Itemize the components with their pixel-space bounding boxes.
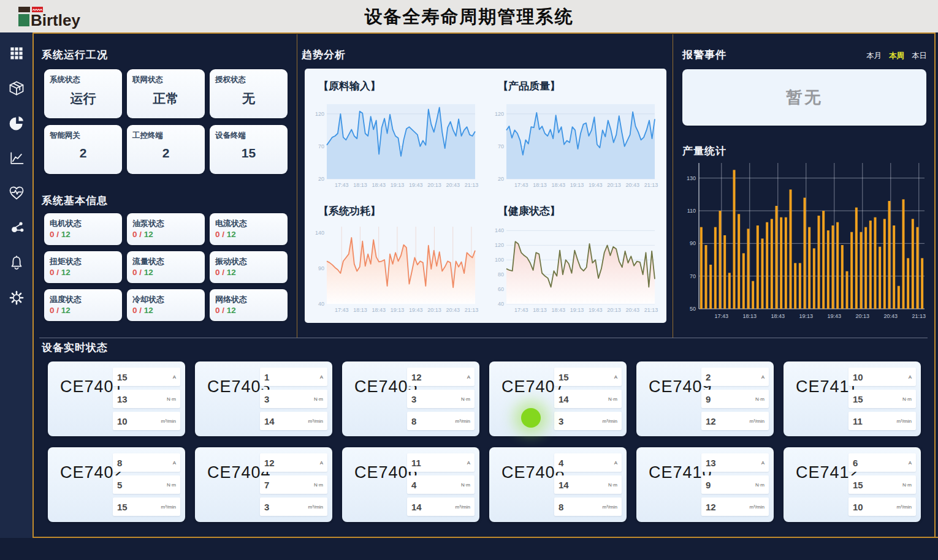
device-value: 10 bbox=[848, 372, 863, 382]
trend-chart-title: 【健康状态】 bbox=[498, 204, 560, 218]
devices-title: 设备实时状态 bbox=[42, 341, 108, 355]
info-card-label: 油泵状态 bbox=[132, 218, 164, 229]
system-status-title: 系统运行工况 bbox=[42, 48, 108, 62]
svg-text:19:43: 19:43 bbox=[589, 182, 603, 188]
bell-icon[interactable] bbox=[7, 253, 26, 273]
device-unit: m³/min bbox=[161, 418, 180, 424]
device-value: 12 bbox=[701, 502, 716, 512]
info-ratio-total: 12 bbox=[227, 306, 236, 315]
status-card-value: 2 bbox=[44, 146, 122, 161]
device-value: 8 bbox=[407, 416, 416, 426]
basic-info-title: 系统基本信息 bbox=[42, 194, 108, 208]
svg-text:17:43: 17:43 bbox=[715, 313, 729, 319]
svg-text:21:13: 21:13 bbox=[644, 182, 658, 188]
info-ratio-total: 12 bbox=[144, 230, 153, 239]
device-value: 5 bbox=[113, 480, 122, 490]
gear-icon[interactable] bbox=[7, 288, 26, 308]
device-value: 14 bbox=[554, 480, 569, 490]
frame-line-bottom bbox=[0, 537, 938, 538]
device-values: 2A9N·m12m³/min bbox=[701, 368, 769, 430]
device-value-row: 2A bbox=[701, 368, 769, 386]
device-value-row: 4A bbox=[554, 453, 622, 472]
apps-grid-icon[interactable] bbox=[7, 44, 26, 63]
device-unit: A bbox=[614, 374, 622, 380]
page-title: 设备全寿命周期管理系统 bbox=[0, 5, 938, 29]
info-card: 扭矩状态0 / 12 bbox=[44, 251, 122, 283]
info-card: 流量状态0 / 12 bbox=[127, 251, 205, 283]
device-card[interactable]: CE74028A5N·m15m³/min bbox=[48, 447, 185, 522]
device-value: 12 bbox=[701, 416, 716, 426]
device-card[interactable]: CE74092A9N·m12m³/min bbox=[636, 361, 774, 436]
device-value: 15 bbox=[848, 394, 863, 404]
device-card[interactable]: CE74084A14N·m8m³/min bbox=[489, 447, 627, 522]
info-ratio-total: 12 bbox=[61, 268, 71, 277]
device-value: 12 bbox=[407, 372, 422, 382]
info-card-ratio: 0 / 12 bbox=[132, 268, 153, 277]
device-card[interactable]: CE740412A7N·m3m³/min bbox=[195, 447, 332, 522]
device-card[interactable]: CE740512A3N·m8m³/min bbox=[342, 361, 479, 436]
device-unit: A bbox=[467, 374, 475, 380]
status-card-label: 系统状态 bbox=[50, 75, 80, 85]
alarm-tab-本月[interactable]: 本月 bbox=[866, 51, 882, 61]
info-card: 冷却状态0 / 12 bbox=[127, 289, 205, 321]
svg-text:17:43: 17:43 bbox=[514, 182, 528, 188]
device-value: 11 bbox=[407, 458, 421, 468]
info-ratio-current: 0 / bbox=[50, 306, 61, 315]
pie-chart-icon[interactable] bbox=[7, 113, 26, 133]
svg-text:40: 40 bbox=[498, 301, 504, 307]
status-card-label: 联网状态 bbox=[132, 75, 163, 85]
svg-text:18:13: 18:13 bbox=[533, 182, 547, 188]
device-unit: N·m bbox=[755, 396, 769, 402]
svg-text:60: 60 bbox=[498, 286, 504, 292]
svg-text:80: 80 bbox=[498, 271, 504, 278]
device-value-row: 13A bbox=[701, 453, 769, 472]
device-value-row: 8A bbox=[113, 453, 180, 472]
svg-text:70: 70 bbox=[318, 143, 324, 149]
network-nodes-icon[interactable] bbox=[7, 218, 26, 238]
info-ratio-current: 0 / bbox=[50, 230, 61, 239]
line-chart-icon[interactable] bbox=[7, 148, 26, 168]
device-value-row: 8m³/min bbox=[554, 498, 622, 516]
device-value: 12 bbox=[260, 458, 275, 468]
trend-chart-svg: 40608010012014017:4318:1318:4319:1319:43… bbox=[489, 223, 660, 316]
svg-text:19:13: 19:13 bbox=[570, 307, 584, 313]
svg-text:18:13: 18:13 bbox=[533, 307, 547, 313]
status-card-value: 2 bbox=[127, 146, 205, 161]
svg-text:70: 70 bbox=[690, 273, 696, 279]
trend-chart-product-quality: 【产品质量】207012017:4318:1318:4319:1319:4320… bbox=[486, 71, 665, 196]
device-value: 4 bbox=[554, 458, 563, 468]
production-title: 产量统计 bbox=[682, 144, 726, 158]
device-card[interactable]: CE740715A14N·m3m³/min bbox=[489, 361, 627, 436]
info-card: 电机状态0 / 12 bbox=[44, 213, 122, 245]
device-value: 14 bbox=[260, 416, 275, 426]
info-card-ratio: 0 / 12 bbox=[132, 306, 153, 315]
basic-info-cards: 电机状态0 / 12油泵状态0 / 12电流状态0 / 12扭矩状态0 / 12… bbox=[44, 213, 288, 321]
device-value-row: 3N·m bbox=[260, 390, 327, 408]
column-divider-left bbox=[297, 34, 297, 338]
device-value-row: 12A bbox=[407, 368, 475, 386]
device-value-row: 3N·m bbox=[407, 390, 475, 408]
device-unit: A bbox=[467, 460, 475, 466]
device-card[interactable]: CE740611A4N·m14m³/min bbox=[342, 447, 479, 522]
device-values: 8A5N·m15m³/min bbox=[113, 453, 180, 516]
device-card[interactable]: CE74126A15N·m10m³/min bbox=[784, 447, 921, 522]
device-unit: m³/min bbox=[456, 418, 475, 424]
alarm-title: 报警事件 bbox=[682, 48, 726, 62]
device-value: 9 bbox=[701, 394, 711, 404]
device-unit: A bbox=[761, 374, 769, 380]
device-unit: A bbox=[173, 460, 180, 466]
system-status-cards: 系统状态运行联网状态正常授权状态无智能网关2工控终端2设备终端15 bbox=[44, 69, 288, 174]
device-value-row: 15N·m bbox=[848, 475, 916, 494]
svg-text:70: 70 bbox=[498, 143, 504, 149]
device-card[interactable]: CE741110A15N·m11m³/min bbox=[784, 361, 921, 436]
cube-3d-icon[interactable] bbox=[7, 78, 26, 98]
device-card[interactable]: CE740115A13N·m10m³/min bbox=[48, 361, 185, 436]
alarm-tab-本周[interactable]: 本周 bbox=[889, 51, 904, 61]
info-card-label: 电流状态 bbox=[215, 218, 247, 229]
alarm-tab-本日[interactable]: 本日 bbox=[912, 51, 927, 61]
device-unit: A bbox=[320, 460, 327, 466]
device-card[interactable]: CE741013A9N·m12m³/min bbox=[636, 447, 774, 522]
svg-text:18:43: 18:43 bbox=[372, 182, 386, 188]
device-card[interactable]: CE74031A3N·m14m³/min bbox=[195, 361, 332, 436]
health-pulse-icon[interactable] bbox=[7, 183, 26, 203]
